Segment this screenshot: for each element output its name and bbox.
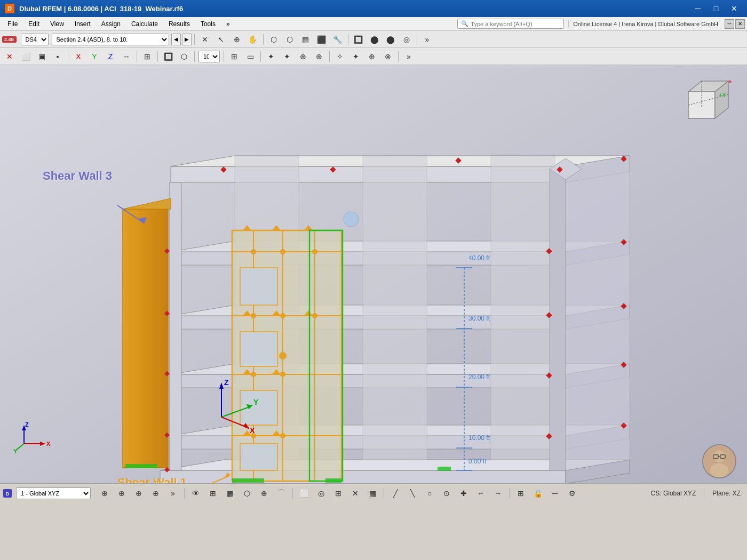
sb-icon9[interactable]: ⊕ <box>257 486 272 500</box>
view-icon4[interactable]: ⬛ <box>314 33 329 46</box>
toolbar2: ✕ ⬜ ▣ ▪ X Y Z ↔ ⊞ 🔲 ⬡ 10 ⊞ ▭ ✦ ✦ ⊕ ⊕ ✧ ✦… <box>0 48 747 65</box>
cross-icon[interactable]: ✕ <box>197 33 212 46</box>
cube-navigator[interactable]: +Y + <box>675 73 739 137</box>
menu-view[interactable]: View <box>45 19 69 29</box>
sb-icon5[interactable]: » <box>165 486 180 500</box>
sb-minus-icon[interactable]: ─ <box>547 486 562 500</box>
load-icon3[interactable]: ⊕ <box>296 50 311 63</box>
status-icon: D <box>2 488 13 499</box>
sb-icon7[interactable]: ▦ <box>222 486 237 500</box>
coord-icon[interactable]: ↔ <box>119 50 134 63</box>
view-icon3[interactable]: ▦ <box>298 33 313 46</box>
sb-lock-icon[interactable]: 🔒 <box>530 486 545 500</box>
sb-grid-icon3[interactable]: ⊞ <box>331 486 346 500</box>
view-icon2[interactable]: ⬡ <box>282 33 297 46</box>
search-box[interactable]: 🔍 <box>457 19 564 29</box>
sb-icon1[interactable]: ⊕ <box>97 486 112 500</box>
panel-close-btn[interactable]: ✕ <box>735 19 745 29</box>
sb-line-icon1[interactable]: ╱ <box>388 486 403 500</box>
search-input[interactable] <box>471 21 545 27</box>
sb-line-icon3[interactable]: ○ <box>422 486 437 500</box>
sb-arrow-icon2[interactable]: → <box>490 486 505 500</box>
menu-results[interactable]: Results <box>163 19 195 29</box>
svg-marker-18 <box>160 470 566 484</box>
sb-icon2[interactable]: ⊕ <box>114 486 129 500</box>
view-icon1[interactable]: ⬡ <box>266 33 281 46</box>
menu-tools[interactable]: Tools <box>195 19 221 29</box>
menu-file[interactable]: File <box>2 19 23 29</box>
axis-y-icon[interactable]: Y <box>87 50 102 63</box>
display-icon3[interactable]: ⊕ <box>364 50 379 63</box>
sb-icon8[interactable]: ⬡ <box>240 486 255 500</box>
svg-marker-23 <box>491 156 555 460</box>
menu-calculate[interactable]: Calculate <box>126 19 163 29</box>
sb-grid-icon4[interactable]: ✕ <box>348 486 363 500</box>
dim-30ft: 30.00 ft <box>468 315 490 322</box>
snap-icon1[interactable]: 🔲 <box>161 50 176 63</box>
sb-icon6[interactable]: ⊞ <box>205 486 220 500</box>
sb-settings-icon[interactable]: ⚙ <box>565 486 579 500</box>
load-icon2[interactable]: ✦ <box>280 50 295 63</box>
more-right[interactable]: » <box>420 33 435 46</box>
select-member-icon[interactable]: ▪ <box>50 50 65 63</box>
menu-insert[interactable]: Insert <box>69 19 96 29</box>
load-icon1[interactable]: ✦ <box>264 50 279 63</box>
display-icon1[interactable]: ✧ <box>332 50 347 63</box>
size-dropdown[interactable]: 10 <box>198 51 220 62</box>
transform-icon[interactable]: ⊞ <box>140 50 155 63</box>
plane-icon[interactable]: ▭ <box>243 50 258 63</box>
svg-text:+: + <box>728 78 732 85</box>
sb-grid-icon5[interactable]: ▦ <box>365 486 380 500</box>
box-select-icon[interactable]: ⬜ <box>18 50 33 63</box>
sb-arc-icon[interactable]: ⌒ <box>274 486 289 500</box>
menu-assign[interactable]: Assign <box>96 19 126 29</box>
tsep8 <box>398 51 399 62</box>
snap-icon2[interactable]: ⬡ <box>177 50 192 63</box>
nav-prev[interactable]: ◀ <box>171 34 181 45</box>
menu-more[interactable]: » <box>221 19 235 29</box>
view-icon5[interactable]: 🔧 <box>330 33 345 46</box>
tsep4 <box>194 51 195 62</box>
sb-grid-icon2[interactable]: ◎ <box>314 486 329 500</box>
svg-text:Z: Z <box>25 421 29 428</box>
select-all-icon[interactable]: ✕ <box>2 50 17 63</box>
close-button[interactable]: ✕ <box>726 3 743 14</box>
sb-grid-icon1[interactable]: ⬜ <box>297 486 312 500</box>
grid-icon[interactable]: ⊞ <box>227 50 242 63</box>
ds-dropdown[interactable]: DS4 <box>21 34 49 45</box>
select-face-icon[interactable]: ▣ <box>34 50 49 63</box>
maximize-button[interactable]: □ <box>708 3 725 14</box>
sb-icon3[interactable]: ⊕ <box>131 486 146 500</box>
render-icon3[interactable]: ⬤ <box>383 33 398 46</box>
cursor-icon[interactable]: ↖ <box>213 33 228 46</box>
cs-dropdown[interactable]: 1 - Global XYZ <box>16 487 91 499</box>
sb-grid-toggle[interactable]: ⊞ <box>513 486 528 500</box>
nav-next[interactable]: ▶ <box>182 34 192 45</box>
main-viewport[interactable]: Z Y X <box>0 65 747 502</box>
render-icon1[interactable]: 🔲 <box>351 33 366 46</box>
more-right2[interactable]: » <box>401 50 416 63</box>
axis-z-icon[interactable]: Z <box>103 50 118 63</box>
sb-line-icon2[interactable]: ╲ <box>405 486 420 500</box>
panel-min-btn[interactable]: ─ <box>725 19 734 29</box>
display-icon4[interactable]: ⊗ <box>380 50 395 63</box>
menu-edit[interactable]: Edit <box>23 19 45 29</box>
load-icon4[interactable]: ⊕ <box>312 50 327 63</box>
3d-viewport[interactable]: Z Y X <box>0 65 747 502</box>
sb-plus-icon[interactable]: ✚ <box>456 486 471 500</box>
axis-x-icon[interactable]: X <box>71 50 86 63</box>
sb-arrow-icon1[interactable]: ← <box>473 486 488 500</box>
sb-circ-icon[interactable]: ⊙ <box>439 486 454 500</box>
svg-text:D: D <box>7 5 12 12</box>
section-dropdown[interactable]: Section 2.4 (ASD), 8. to 10. <box>52 34 169 45</box>
pointer-icon[interactable]: ⊕ <box>229 33 244 46</box>
render-icon2[interactable]: ⬤ <box>367 33 382 46</box>
display-icon2[interactable]: ✦ <box>348 50 363 63</box>
hand-icon[interactable]: ✋ <box>245 33 260 46</box>
sb-eye-icon[interactable]: 👁 <box>188 486 203 500</box>
sb-icon4[interactable]: ⊕ <box>148 486 163 500</box>
tsep1 <box>68 51 68 62</box>
svg-point-54 <box>251 249 256 254</box>
render-icon4[interactable]: ◎ <box>399 33 414 46</box>
minimize-button[interactable]: ─ <box>689 3 706 14</box>
